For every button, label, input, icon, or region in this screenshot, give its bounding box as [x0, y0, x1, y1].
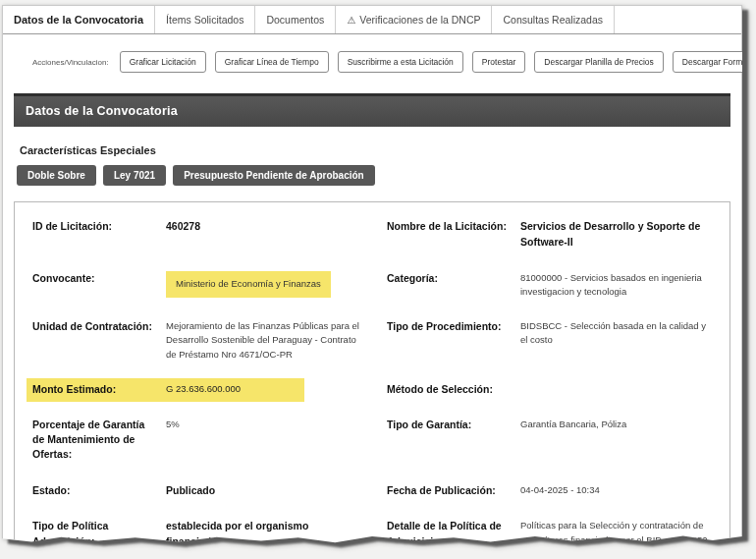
field-value-highlighted: G 23.636.600.000	[166, 382, 298, 396]
field-value: Mejoramiento de las Finanzas Públicas pa…	[166, 319, 361, 362]
field-label: Tipo de Procedimiento:	[387, 319, 511, 334]
tab-label: Datos de la Convocatoria	[14, 14, 143, 26]
field-porcentaje-garantia: Porcentaje de Garantía de Mantenimiento …	[32, 418, 361, 463]
field-label: Detalle de la Política de Adquisiciones:	[387, 519, 511, 548]
warning-icon: ⚠	[347, 15, 355, 26]
actions-row: Acciones/Vinculacion: Graficar Licitació…	[32, 51, 741, 73]
field-label: Fecha de Publicación:	[387, 483, 511, 498]
field-value: 460278	[166, 219, 361, 235]
field-monto-estimado: Monto Estimado: G 23.636.600.000	[27, 378, 304, 402]
field-unidad-contratacion: Unidad de Contratación: Mejoramiento de …	[32, 319, 361, 362]
tab-consultas-realizadas[interactable]: Consultas Realizadas	[492, 6, 615, 33]
field-label: Estado:	[32, 483, 156, 498]
field-estado: Estado: Publicado	[32, 483, 361, 499]
field-categoria: Categoría: 81000000 - Servicios basados …	[387, 271, 716, 300]
descargar-planilla-precios-button[interactable]: Descargar Planilla de Precios	[534, 51, 664, 73]
field-tipo-politica-adquisicion: Tipo de Política Adquisición: establecid…	[32, 519, 361, 559]
badge-ley-7021: Ley 7021	[103, 165, 166, 186]
field-value: establecida por el organismo financiador	[166, 519, 361, 550]
tab-label: Ítems Solicitados	[166, 14, 243, 26]
field-tipo-procedimiento: Tipo de Procedimiento: BIDSBCC - Selecci…	[387, 319, 716, 362]
graficar-licitacion-button[interactable]: Graficar Licitación	[120, 51, 206, 73]
tab-label: Consultas Realizadas	[503, 14, 603, 26]
tab-verificaciones-dncp[interactable]: ⚠ Verificaciones de la DNCP	[336, 6, 492, 33]
field-label: Tipo de Política Adquisición:	[32, 519, 156, 548]
field-label: Nombre de la Licitación:	[387, 219, 511, 234]
field-label: Monto Estimado:	[32, 382, 156, 397]
field-label: Tipo de Garantía:	[387, 418, 511, 432]
field-convocante: Convocante: Ministerio de Economía y Fin…	[32, 271, 361, 300]
actions-label: Acciones/Vinculacion:	[32, 58, 109, 67]
tab-label: Verificaciones de la DNCP	[359, 14, 480, 26]
badges-row: Doble Sobre Ley 7021 Presupuesto Pendien…	[17, 165, 741, 186]
field-detalle-politica-adquisiciones: Detalle de la Política de Adquisiciones:…	[387, 519, 716, 559]
tab-datos-convocatoria[interactable]: Datos de la Convocatoria	[3, 6, 155, 33]
field-label: Convocante:	[32, 271, 156, 286]
tab-label: Documentos	[266, 14, 324, 26]
section-header: Datos de la Convocatoria	[14, 93, 730, 127]
suscribirme-button[interactable]: Suscribirme a esta Licitación	[338, 51, 463, 73]
details-grid: ID de Licitación: 460278 Nombre de la Li…	[32, 219, 716, 559]
descargar-formulario-oferta-button[interactable]: Descargar Formulario de Oferta	[673, 51, 756, 73]
field-label: Categoría:	[387, 271, 511, 286]
field-label: ID de Licitación:	[32, 219, 156, 234]
badge-doble-sobre: Doble Sobre	[17, 165, 96, 186]
field-value: Servicios de Desarrollo y Soporte de Sof…	[520, 219, 716, 251]
tab-bar: Datos de la Convocatoria Ítems Solicitad…	[3, 6, 741, 34]
details-panel: ID de Licitación: 460278 Nombre de la Li…	[14, 201, 730, 559]
field-value: 5%	[166, 418, 361, 431]
graficar-linea-tiempo-button[interactable]: Graficar Línea de Tiempo	[215, 51, 329, 73]
badge-presupuesto-pendiente: Presupuesto Pendiente de Aprobación	[173, 165, 375, 186]
field-id-licitacion: ID de Licitación: 460278	[32, 219, 361, 251]
caracteristicas-title: Características Especiales	[20, 144, 741, 156]
protestar-button[interactable]: Protestar	[472, 51, 526, 73]
field-value: BIDSBCC - Selección basada en la calidad…	[520, 319, 716, 348]
field-label: Método de Selección:	[387, 382, 511, 397]
field-metodo-seleccion: Método de Selección:	[387, 382, 716, 397]
field-label: Porcentaje de Garantía de Mantenimiento …	[32, 418, 156, 463]
field-value: Publicado	[166, 483, 361, 499]
field-nombre-licitacion: Nombre de la Licitación: Servicios de De…	[387, 219, 716, 251]
field-value: Políticas para la Selección y contrataci…	[520, 519, 716, 559]
field-label: Unidad de Contratación:	[32, 319, 156, 334]
field-value-highlighted: Ministerio de Economía y Finanzas	[166, 271, 331, 298]
field-value: 04-04-2025 - 10:34	[520, 483, 716, 497]
tab-items-solicitados[interactable]: Ítems Solicitados	[155, 6, 255, 33]
tab-documentos[interactable]: Documentos	[255, 6, 336, 33]
field-fecha-publicacion: Fecha de Publicación: 04-04-2025 - 10:34	[387, 483, 716, 499]
field-value: 81000000 - Servicios basados en ingenier…	[520, 271, 716, 300]
clipping-shadow: Datos de la Convocatoria Ítems Solicitad…	[2, 5, 742, 546]
tender-page-card: Datos de la Convocatoria Ítems Solicitad…	[2, 5, 742, 546]
field-value: Garantía Bancaria, Póliza	[520, 418, 716, 431]
field-tipo-garantia: Tipo de Garantía: Garantía Bancaria, Pól…	[387, 418, 716, 463]
